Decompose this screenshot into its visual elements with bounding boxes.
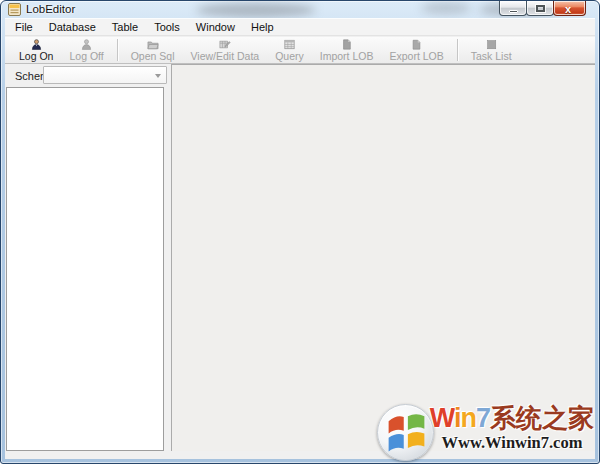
export-lob-icon (410, 39, 423, 50)
log-off-icon (80, 39, 93, 50)
brand-letter: W (430, 403, 454, 433)
brand-letter: 7 (476, 403, 490, 433)
view-edit-data-button[interactable]: View/Edit Data (182, 37, 267, 63)
menu-help[interactable]: Help (243, 19, 282, 35)
toolbar-button-label: Open Sql (131, 50, 175, 62)
windows-logo-icon (377, 404, 434, 461)
import-lob-button[interactable]: Import LOB (312, 37, 382, 63)
app-icon (8, 3, 21, 16)
menu-bar: File Database Table Tools Window Help (5, 19, 595, 36)
schema-tree-panel[interactable] (6, 87, 164, 451)
toolbar-button-label: View/Edit Data (190, 50, 259, 62)
client-area: File Database Table Tools Window Help Lo… (5, 18, 595, 459)
watermark: Win7系统之家 Www.Winwin7.com (377, 401, 595, 463)
maximize-icon (536, 5, 545, 12)
maximize-button[interactable] (526, 1, 554, 16)
close-button[interactable]: x (553, 1, 586, 16)
watermark-url: Www.Winwin7.com (429, 433, 595, 453)
toolbar-button-label: Import LOB (320, 50, 374, 62)
menu-table[interactable]: Table (104, 19, 146, 35)
view-edit-data-icon (218, 39, 232, 50)
menu-file[interactable]: File (7, 19, 41, 35)
toolbar-button-label: Query (275, 50, 304, 62)
chevron-down-icon (155, 74, 161, 78)
minimize-button[interactable] (499, 1, 527, 16)
query-button[interactable]: Query (267, 37, 312, 63)
schema-combobox[interactable] (43, 66, 167, 84)
app-window: LobEditor x File Database Table Tools Wi… (0, 0, 600, 464)
toolbar-separator (457, 39, 458, 61)
menu-database[interactable]: Database (41, 19, 104, 35)
task-list-button[interactable]: Task List (463, 37, 520, 63)
toolbar-button-label: Task List (471, 50, 512, 62)
glass-reflection (196, 3, 316, 17)
titlebar[interactable]: LobEditor x (1, 1, 599, 18)
watermark-text: Win7系统之家 Www.Winwin7.com (429, 403, 595, 453)
minimize-icon (509, 10, 518, 13)
log-on-icon (30, 39, 43, 50)
brand-site-name: 系统之家 (490, 403, 594, 433)
log-on-button[interactable]: Log On (11, 37, 61, 63)
query-icon (283, 39, 296, 50)
toolbar: Log On Log Off Open Sql (5, 37, 595, 64)
toolbar-button-label: Log Off (69, 50, 103, 62)
import-lob-icon (340, 39, 353, 50)
window-title: LobEditor (26, 3, 75, 15)
menu-window[interactable]: Window (188, 19, 243, 35)
toolbar-button-label: Export LOB (389, 50, 443, 62)
menu-tools[interactable]: Tools (146, 19, 188, 35)
toolbar-button-label: Log On (19, 50, 53, 62)
open-sql-icon (146, 39, 160, 50)
close-icon: x (565, 3, 571, 15)
glass-reflection (421, 2, 471, 14)
brand-letter: n (461, 403, 477, 433)
open-sql-button[interactable]: Open Sql (123, 37, 183, 63)
task-list-icon (485, 39, 498, 50)
export-lob-button[interactable]: Export LOB (381, 37, 451, 63)
toolbar-separator (117, 39, 118, 61)
log-off-button[interactable]: Log Off (61, 37, 111, 63)
window-controls: x (500, 1, 586, 16)
workspace-panel (171, 64, 595, 451)
watermark-brand: Win7系统之家 (429, 403, 595, 433)
